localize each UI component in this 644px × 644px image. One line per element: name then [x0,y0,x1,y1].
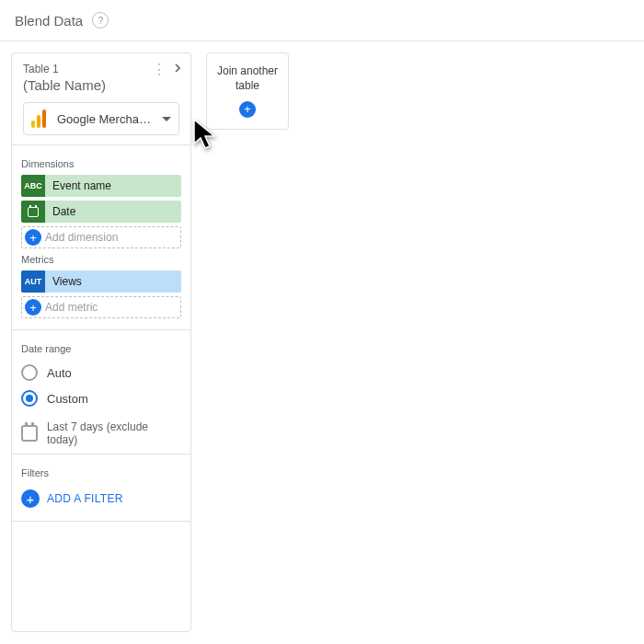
dimension-chip[interactable]: Date [21,201,181,223]
analytics-icon [31,109,50,128]
date-range-text: Last 7 days (exclude today) [47,420,181,446]
radio-icon [21,364,38,381]
auto-type-icon: AUT [21,270,45,293]
metric-chip[interactable]: AUT Views [21,270,181,293]
metric-label: Views [45,275,181,288]
add-metric-label: Add metric [45,301,98,314]
datasource-name: Google Merchan… [57,112,155,126]
add-filter-label: ADD A FILTER [47,492,123,505]
add-metric-button[interactable]: + Add metric [21,296,181,318]
kebab-menu-icon[interactable]: ⋮ [152,63,167,77]
dimension-label: Event name [45,179,181,192]
datasource-select[interactable]: Google Merchan… [23,102,179,135]
calendar-icon [21,425,38,442]
radio-label: Custom [47,392,88,406]
date-range-custom-radio[interactable]: Custom [21,385,181,411]
chevron-right-icon[interactable] [170,61,185,79]
page-title: Blend Data [15,13,83,29]
metrics-heading: Metrics [21,254,181,265]
add-dimension-label: Add dimension [45,231,118,244]
add-filter-button[interactable]: + ADD A FILTER [21,484,181,513]
add-dimension-button[interactable]: + Add dimension [21,226,181,248]
plus-icon: + [239,101,256,118]
join-another-table-button[interactable]: Join another table + [206,52,289,130]
date-range-auto-radio[interactable]: Auto [21,360,181,385]
join-label: Join another table [211,64,284,93]
help-icon[interactable]: ? [92,12,109,29]
text-type-icon: ABC [21,175,45,197]
dimension-chip[interactable]: ABC Event name [21,175,181,197]
dimension-label: Date [45,205,181,218]
table-name-label[interactable]: (Table Name) [23,77,179,93]
date-range-heading: Date range [21,343,181,354]
plus-icon: + [21,489,40,508]
radio-label: Auto [47,366,72,380]
calendar-icon [21,201,45,223]
dimensions-heading: Dimensions [21,158,181,169]
plus-icon: + [25,229,41,246]
radio-icon [21,390,38,407]
date-range-value[interactable]: Last 7 days (exclude today) [21,420,181,446]
chevron-down-icon [162,117,171,121]
plus-icon: + [25,299,41,316]
filters-heading: Filters [21,467,181,478]
table-panel: ⋮ Table 1 (Table Name) Google Merchan… D… [11,52,191,632]
